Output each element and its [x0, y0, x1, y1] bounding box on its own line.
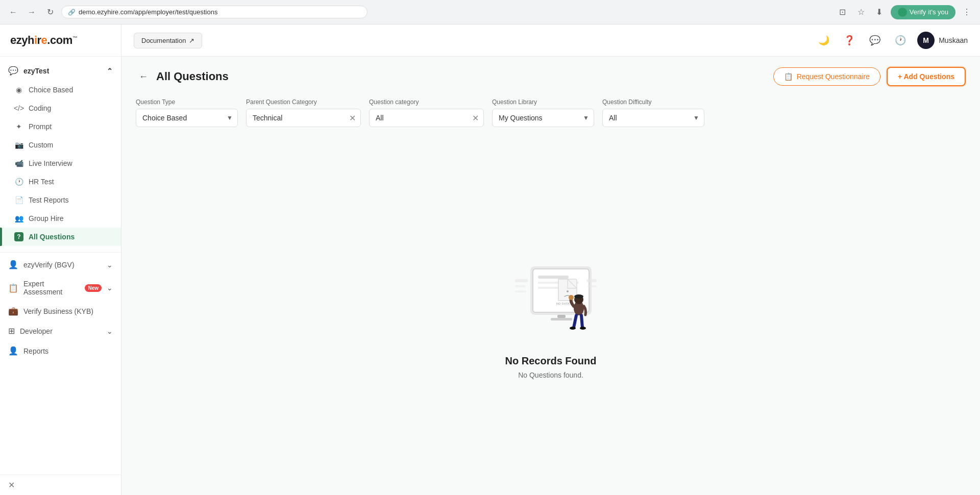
- page-title: All Questions: [156, 70, 229, 83]
- question-difficulty-select[interactable]: All Easy Medium Hard: [602, 109, 704, 127]
- external-link-icon: ↗: [189, 37, 194, 44]
- ezytest-section: 💬 ezyTest ⌃ ◉ Choice Based </> Coding ✦ …: [0, 57, 121, 250]
- main-content: Documentation ↗ 🌙 ❓ 💬 🕐 M Muskaan ←: [121, 24, 980, 495]
- svg-point-17: [580, 327, 586, 330]
- clock-icon: 🕐: [14, 177, 23, 186]
- bookmark-button[interactable]: ☆: [854, 5, 868, 19]
- sidebar-item-group-hire[interactable]: 👥 Group Hire: [0, 209, 121, 228]
- sidebar-item-hr-test[interactable]: 🕐 HR Test: [0, 172, 121, 191]
- app-container: ezyhire.com™ 💬 ezyTest ⌃ ◉ Choice Based …: [0, 24, 980, 495]
- parent-category-input-wrapper: ✕: [246, 109, 361, 127]
- address-icon: 🔗: [68, 9, 76, 16]
- sidebar-item-developer[interactable]: ⊞ Developer ⌄: [0, 321, 121, 341]
- star-icon: ✦: [14, 122, 23, 131]
- messages-button[interactable]: 💬: [866, 32, 884, 49]
- sidebar-item-choice-based[interactable]: ◉ Choice Based: [0, 81, 121, 99]
- expert-icon: 📋: [8, 283, 18, 293]
- top-bar: Documentation ↗ 🌙 ❓ 💬 🕐 M Muskaan: [121, 24, 980, 57]
- code-icon: </>: [14, 104, 23, 113]
- filters-row: Question Type Choice Based Coding Prompt…: [121, 94, 980, 135]
- page-actions: 📋 Request Questionnaire + Add Questions: [773, 67, 966, 86]
- question-icon: ?: [14, 232, 23, 241]
- sidebar-item-test-reports[interactable]: 📄 Test Reports: [0, 191, 121, 209]
- dark-mode-button[interactable]: 🌙: [815, 32, 832, 49]
- sidebar-item-custom[interactable]: 📷 Custom: [0, 136, 121, 154]
- question-difficulty-label: Question Difficulty: [602, 98, 704, 106]
- logo-area: ezyhire.com™: [0, 24, 121, 57]
- verify-sidebar-icon: 👤: [8, 260, 18, 269]
- question-difficulty-select-wrapper[interactable]: All Easy Medium Hard ▼: [602, 109, 704, 127]
- sidebar-item-ezyverify[interactable]: 👤 ezyVerify (BGV) ⌄: [0, 255, 121, 275]
- developer-icon: ⊞: [8, 326, 15, 336]
- request-questionnaire-button[interactable]: 📋 Request Questionnaire: [773, 67, 880, 86]
- question-category-clear-button[interactable]: ✕: [472, 113, 479, 123]
- cast-button[interactable]: ⊡: [836, 5, 850, 19]
- svg-rect-9: [515, 285, 525, 287]
- parent-category-input[interactable]: [246, 109, 361, 127]
- help-button[interactable]: ❓: [841, 32, 858, 49]
- more-options-button[interactable]: ⋮: [960, 5, 974, 19]
- ezytest-header[interactable]: 💬 ezyTest ⌃: [0, 61, 121, 81]
- address-bar[interactable]: 🔗 demo.ezyhire.com/app/employer/test/que…: [61, 6, 368, 18]
- sidebar-item-all-questions[interactable]: ? All Questions: [0, 228, 121, 246]
- question-library-select-wrapper[interactable]: My Questions All Questions ▼: [492, 109, 594, 127]
- question-type-select-wrapper[interactable]: Choice Based Coding Prompt ▼: [136, 109, 238, 127]
- sidebar-item-live-interview[interactable]: 📹 Live Interview: [0, 154, 121, 172]
- svg-point-18: [569, 295, 574, 300]
- empty-subtitle: No Questions found.: [518, 371, 583, 379]
- question-category-label: Question category: [369, 98, 484, 106]
- question-type-label: Question Type: [136, 98, 238, 106]
- business-icon: 💼: [8, 306, 18, 316]
- question-type-select[interactable]: Choice Based Coding Prompt: [136, 109, 238, 127]
- chevron-down-dev-icon: ⌄: [107, 327, 113, 335]
- documentation-button[interactable]: Documentation ↗: [134, 33, 202, 48]
- download-button[interactable]: ⬇: [872, 5, 887, 19]
- verify-button[interactable]: Verify it's you: [891, 5, 955, 19]
- svg-rect-11: [586, 279, 597, 282]
- chevron-down-expert-icon: ⌄: [107, 284, 113, 292]
- forward-nav-button[interactable]: →: [24, 5, 39, 19]
- logo: ezyhire.com™: [10, 34, 77, 46]
- add-questions-button[interactable]: + Add Questions: [887, 67, 966, 86]
- back-button[interactable]: ←: [136, 69, 151, 84]
- svg-rect-12: [587, 285, 597, 287]
- verify-icon: [898, 8, 907, 17]
- sidebar-item-reports[interactable]: 👤 Reports: [0, 341, 121, 361]
- svg-point-16: [570, 327, 576, 330]
- reload-button[interactable]: ↻: [43, 5, 57, 19]
- collapse-sidebar-button[interactable]: ✕: [0, 475, 121, 495]
- collapse-icon: ✕: [8, 480, 15, 490]
- svg-rect-2: [538, 276, 569, 279]
- sidebar-item-verify-business[interactable]: 💼 Verify Business (KYB): [0, 301, 121, 321]
- question-library-filter: Question Library My Questions All Questi…: [492, 98, 594, 127]
- sidebar-item-expert-assessment[interactable]: 📋 Expert Assessment New ⌄: [0, 275, 121, 301]
- question-category-input[interactable]: [369, 109, 484, 127]
- empty-illustration: NO DATA: [500, 251, 602, 343]
- empty-title: No Records Found: [505, 355, 597, 367]
- history-button[interactable]: 🕐: [892, 32, 909, 49]
- parent-category-label: Parent Question Category: [246, 98, 361, 106]
- parent-category-clear-button[interactable]: ✕: [349, 113, 356, 123]
- question-library-select[interactable]: My Questions All Questions: [492, 109, 594, 127]
- sidebar-item-prompt[interactable]: ✦ Prompt: [0, 117, 121, 136]
- question-type-filter: Question Type Choice Based Coding Prompt…: [136, 98, 238, 127]
- sidebar-item-coding[interactable]: </> Coding: [0, 99, 121, 117]
- svg-point-15: [574, 294, 583, 299]
- back-nav-button[interactable]: ←: [6, 5, 20, 19]
- question-difficulty-filter: Question Difficulty All Easy Medium Hard…: [602, 98, 704, 127]
- new-badge: New: [85, 284, 102, 292]
- divider-1: [0, 252, 121, 253]
- questionnaire-icon: 📋: [784, 72, 793, 81]
- chat-icon: 💬: [8, 66, 18, 76]
- svg-rect-10: [515, 290, 526, 292]
- svg-point-6: [567, 290, 569, 292]
- chevron-up-icon: ⌃: [107, 67, 113, 75]
- svg-rect-19: [557, 315, 566, 318]
- svg-rect-8: [515, 279, 528, 282]
- user-section: M Muskaan: [917, 32, 968, 49]
- avatar[interactable]: M: [917, 32, 935, 49]
- sidebar: ezyhire.com™ 💬 ezyTest ⌃ ◉ Choice Based …: [0, 24, 121, 495]
- chevron-down-icon: ⌄: [107, 261, 113, 269]
- empty-state: NO DATA: [121, 135, 980, 495]
- question-library-label: Question Library: [492, 98, 594, 106]
